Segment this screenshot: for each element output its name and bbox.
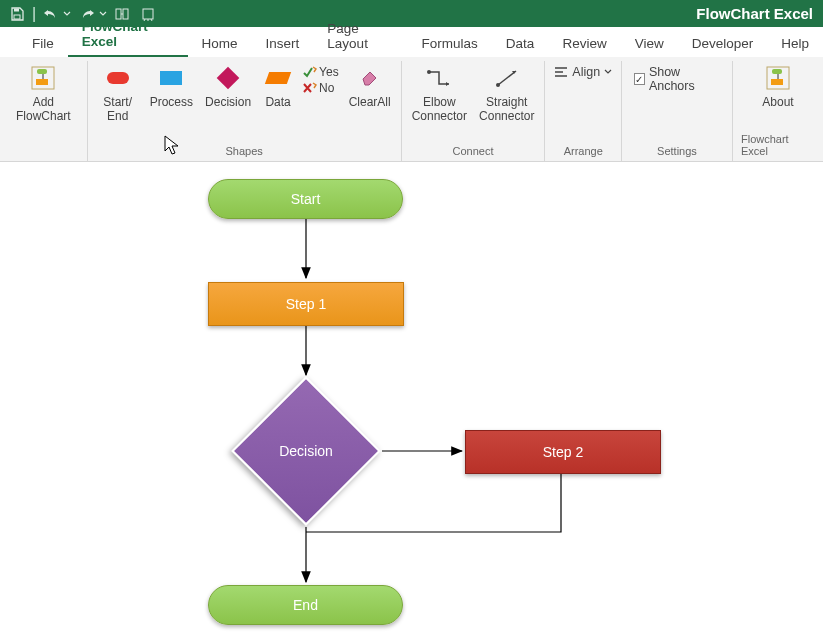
svg-rect-4 bbox=[143, 9, 153, 19]
shapes-group-label: Shapes bbox=[226, 145, 263, 161]
decision-node-label: Decision bbox=[279, 443, 333, 459]
add-flowchart-label: Add FlowChart bbox=[16, 95, 71, 123]
decision-label: Decision bbox=[205, 95, 251, 109]
svg-rect-6 bbox=[37, 69, 47, 74]
end-node[interactable]: End bbox=[208, 585, 403, 625]
process-label: Process bbox=[150, 95, 193, 109]
data-label: Data bbox=[265, 95, 290, 109]
svg-point-9 bbox=[496, 83, 500, 87]
data-button[interactable]: Data bbox=[261, 63, 295, 109]
about-button[interactable]: About bbox=[756, 63, 800, 109]
tab-file[interactable]: File bbox=[18, 31, 68, 57]
undo-dropdown-icon[interactable] bbox=[62, 3, 72, 25]
startend-button[interactable]: Start/ End bbox=[96, 63, 140, 123]
pencil-check-icon bbox=[303, 66, 317, 78]
redo-dropdown-icon[interactable] bbox=[98, 3, 108, 25]
grid-toggle-icon[interactable] bbox=[138, 3, 160, 25]
rect-blue-icon bbox=[160, 71, 182, 85]
svg-rect-0 bbox=[14, 8, 19, 11]
app-title: FlowChart Excel bbox=[160, 5, 823, 22]
tab-developer[interactable]: Developer bbox=[678, 31, 768, 57]
save-icon[interactable] bbox=[6, 3, 28, 25]
ribbon: Add FlowChart Start/ End Process Decisio… bbox=[0, 57, 823, 162]
pencil-x-icon bbox=[303, 82, 317, 94]
grid-snap-icon[interactable] bbox=[112, 3, 134, 25]
parallelogram-icon bbox=[265, 72, 291, 84]
clearall-button[interactable]: ClearAll bbox=[347, 63, 393, 109]
tab-insert[interactable]: Insert bbox=[252, 31, 314, 57]
flowchart-canvas[interactable]: Start Step 1 Decision Step 2 End bbox=[0, 162, 823, 642]
straight-label: Straight Connector bbox=[479, 95, 534, 123]
step2-node-label: Step 2 bbox=[543, 444, 583, 460]
startend-label: Start/ End bbox=[103, 95, 132, 123]
svg-rect-2 bbox=[116, 9, 121, 19]
diamond-icon bbox=[217, 67, 240, 90]
show-anchors-label: Show Anchors bbox=[649, 65, 720, 93]
undo-icon[interactable] bbox=[40, 3, 62, 25]
group-arrange: Align Arrange bbox=[545, 61, 622, 161]
tab-view[interactable]: View bbox=[621, 31, 678, 57]
show-anchors-checkbox[interactable]: ✓ Show Anchors bbox=[630, 63, 724, 95]
settings-group-label: Settings bbox=[657, 145, 697, 161]
group-add-flowchart: Add FlowChart bbox=[0, 61, 88, 161]
yes-label: Yes bbox=[319, 65, 339, 79]
checkbox-icon: ✓ bbox=[634, 73, 645, 85]
svg-rect-11 bbox=[772, 69, 782, 74]
menu-bar: File FlowChart Excel Home Insert Page La… bbox=[0, 27, 823, 57]
align-button[interactable]: Align bbox=[550, 63, 616, 81]
step1-node[interactable]: Step 1 bbox=[208, 282, 404, 326]
align-label: Align bbox=[572, 65, 600, 79]
svg-rect-1 bbox=[14, 15, 20, 19]
title-bar: | FlowChart Excel bbox=[0, 0, 823, 27]
about-group-label: Flowchart Excel bbox=[741, 133, 815, 161]
elbow-connector-icon bbox=[426, 65, 452, 91]
group-about: About Flowchart Excel bbox=[733, 61, 823, 161]
connectors-svg bbox=[0, 162, 823, 642]
svg-rect-7 bbox=[36, 79, 48, 85]
tab-home[interactable]: Home bbox=[188, 31, 252, 57]
elbow-label: Elbow Connector bbox=[412, 95, 467, 123]
arrange-group-label: Arrange bbox=[564, 145, 603, 161]
group-shapes: Start/ End Process Decision Data Yes bbox=[88, 61, 402, 161]
svg-point-8 bbox=[427, 70, 431, 74]
connect-group-label: Connect bbox=[453, 145, 494, 161]
step1-node-label: Step 1 bbox=[286, 296, 326, 312]
tab-data[interactable]: Data bbox=[492, 31, 549, 57]
elbow-connector-button[interactable]: Elbow Connector bbox=[410, 63, 469, 123]
about-label: About bbox=[762, 95, 793, 109]
align-icon bbox=[554, 65, 568, 79]
tab-review[interactable]: Review bbox=[548, 31, 620, 57]
mouse-cursor-icon bbox=[164, 135, 180, 159]
yes-button[interactable]: Yes bbox=[303, 65, 339, 79]
group-settings: ✓ Show Anchors Settings bbox=[622, 61, 733, 161]
redo-icon[interactable] bbox=[76, 3, 98, 25]
group-connect: Elbow Connector Straight Connector Conne… bbox=[402, 61, 546, 161]
yes-no-buttons: Yes No bbox=[303, 63, 339, 95]
decision-button[interactable]: Decision bbox=[203, 63, 253, 109]
straight-connector-icon bbox=[494, 65, 520, 91]
straight-connector-button[interactable]: Straight Connector bbox=[477, 63, 536, 123]
tab-formulas[interactable]: Formulas bbox=[408, 31, 492, 57]
eraser-icon bbox=[359, 65, 381, 91]
flowchart-icon bbox=[30, 65, 56, 91]
start-node[interactable]: Start bbox=[208, 179, 403, 219]
tab-help[interactable]: Help bbox=[767, 31, 823, 57]
decision-node[interactable]: Decision bbox=[253, 398, 359, 504]
end-node-label: End bbox=[293, 597, 318, 613]
add-flowchart-button[interactable]: Add FlowChart bbox=[14, 63, 73, 123]
clearall-label: ClearAll bbox=[349, 95, 391, 109]
flowchart-about-icon bbox=[765, 65, 791, 91]
svg-rect-12 bbox=[771, 79, 783, 85]
process-button[interactable]: Process bbox=[148, 63, 195, 109]
no-label: No bbox=[319, 81, 334, 95]
step2-node[interactable]: Step 2 bbox=[465, 430, 661, 474]
tab-page-layout[interactable]: Page Layout bbox=[313, 16, 407, 57]
chevron-down-icon bbox=[604, 68, 612, 76]
no-button[interactable]: No bbox=[303, 81, 334, 95]
start-node-label: Start bbox=[291, 191, 321, 207]
svg-rect-3 bbox=[123, 9, 128, 19]
pill-red-icon bbox=[107, 72, 129, 84]
